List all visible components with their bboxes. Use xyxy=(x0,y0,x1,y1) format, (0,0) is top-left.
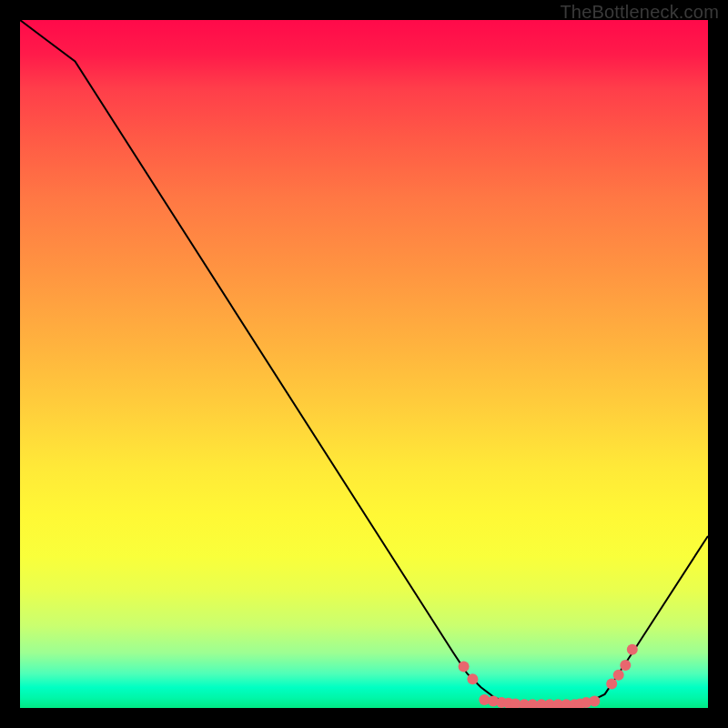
curve-markers xyxy=(459,644,638,708)
curve-marker xyxy=(620,660,631,671)
plot-area xyxy=(20,20,708,708)
curve-marker xyxy=(606,679,617,690)
curve-marker xyxy=(467,673,478,684)
curve-line xyxy=(20,20,708,706)
watermark-text: TheBottleneck.com xyxy=(560,2,719,23)
curve-marker xyxy=(459,662,470,672)
curve-marker xyxy=(627,644,638,655)
bottleneck-curve xyxy=(20,20,708,708)
curve-marker xyxy=(613,670,624,681)
chart-frame: TheBottleneck.com xyxy=(0,0,728,728)
curve-marker xyxy=(589,695,600,706)
